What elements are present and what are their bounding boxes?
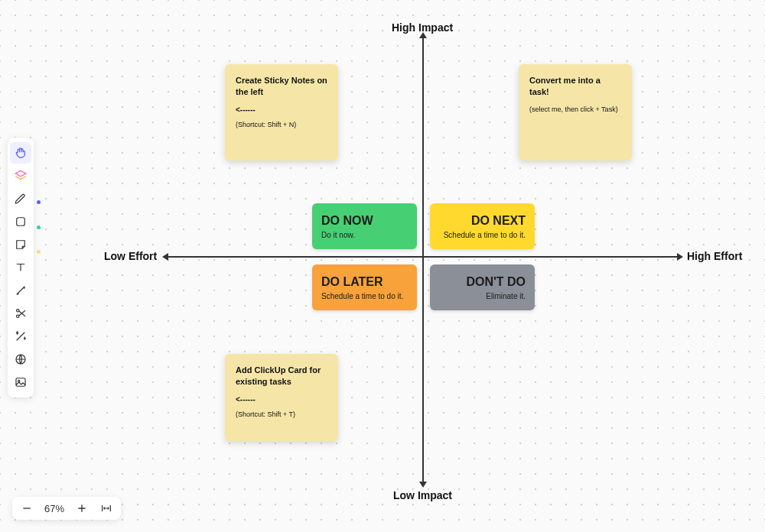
scissors-tool[interactable]: [10, 303, 31, 324]
sticky-note-2[interactable]: Convert me into a task! (select me, then…: [519, 64, 632, 161]
zoom-in-button[interactable]: [75, 501, 89, 515]
quadrant-sub: Schedule a time to do it.: [444, 231, 526, 239]
pen-color-dot: [37, 200, 41, 204]
sticky-hint: (select me, then click + Task): [529, 105, 621, 115]
quadrant-dont-do[interactable]: DON'T DO Eliminate it.: [430, 264, 535, 310]
fit-width-button[interactable]: [99, 501, 113, 515]
axis-label-bottom: Low Impact: [393, 489, 452, 501]
quadrant-do-later[interactable]: DO LATER Schedule a time to do it.: [312, 264, 417, 310]
sticky-note-1[interactable]: Create Sticky Notes on the left <------ …: [225, 64, 338, 161]
magic-tool[interactable]: [10, 326, 31, 347]
quadrant-title: DON'T DO: [466, 275, 526, 289]
sticky-arrow: <------: [236, 105, 327, 115]
sticky-arrow: <------: [236, 394, 327, 405]
zoom-out-button[interactable]: [20, 501, 34, 515]
quadrant-sub: Schedule a time to do it.: [321, 292, 408, 300]
axis-label-left: Low Effort: [104, 250, 157, 262]
zoom-bar: 67%: [12, 497, 121, 520]
text-tool[interactable]: [10, 257, 31, 278]
sticky-color-dot: [37, 250, 41, 254]
quadrant-title: DO LATER: [321, 275, 408, 289]
hand-tool[interactable]: [10, 142, 31, 164]
quadrant-sub: Do it now.: [321, 231, 408, 239]
sticky-tool[interactable]: [10, 234, 31, 255]
quadrant-title: DO NOW: [321, 214, 408, 228]
sticky-title: Add ClickUp Card for existing tasks: [236, 365, 327, 388]
zoom-level: 67%: [44, 503, 64, 514]
connector-tool[interactable]: [10, 280, 31, 301]
quadrant-do-now[interactable]: DO NOW Do it now.: [312, 203, 417, 249]
svg-rect-0: [17, 218, 25, 226]
axis-label-right: High Effort: [687, 250, 742, 262]
svg-rect-4: [16, 378, 25, 387]
quadrant-title: DO NEXT: [471, 214, 526, 228]
y-axis: [422, 38, 424, 482]
quadrant-sub: Eliminate it.: [486, 292, 526, 300]
shape-color-dot: [37, 225, 41, 229]
image-tool[interactable]: [10, 371, 31, 393]
axis-label-top: High Impact: [392, 21, 453, 34]
sticky-note-3[interactable]: Add ClickUp Card for existing tasks <---…: [225, 354, 338, 441]
sticky-title: Convert me into a task!: [529, 75, 621, 99]
shape-tool[interactable]: [10, 211, 31, 232]
sticky-title: Create Sticky Notes on the left: [236, 75, 327, 99]
toolbar: [8, 138, 34, 397]
pen-tool[interactable]: [10, 188, 31, 209]
layers-tool[interactable]: [10, 165, 31, 187]
sticky-hint: (Shortcut: Shift + T): [236, 410, 327, 420]
globe-tool[interactable]: [10, 349, 31, 370]
quadrant-do-next[interactable]: DO NEXT Schedule a time to do it.: [430, 203, 535, 249]
sticky-hint: (Shortcut: Shift + N): [236, 120, 327, 130]
